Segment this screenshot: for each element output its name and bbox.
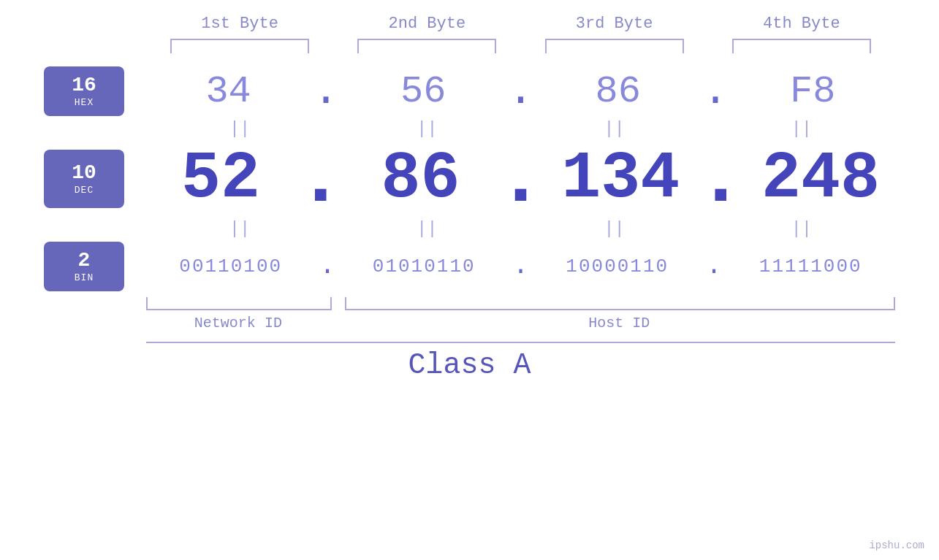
dec-dot-3: . [696,143,745,215]
bin-val-3: 10000110 [566,256,669,277]
eq-8: || [729,219,875,239]
dec-val-1: 52 [181,142,260,216]
dec-val-2: 86 [381,142,460,216]
class-row: Class A [44,342,895,382]
hex-val-2: 56 [400,70,446,113]
dec-label-box: 10 DEC [44,150,124,208]
class-a-label: Class A [408,349,531,382]
network-id-label: Network ID [194,315,282,331]
bin-dot-3: . [706,253,722,280]
equals-row-2: || || || || [44,219,895,239]
eq-5: || [167,219,313,239]
hex-val-1: 34 [205,70,251,113]
bin-base-name: BIN [75,272,94,283]
hex-base-name: HEX [75,97,94,108]
dec-val-3: 134 [561,142,680,216]
eq-7: || [541,219,688,239]
bin-val-2: 01010110 [373,256,476,277]
network-id-bracket [146,297,332,310]
host-id-label: Host ID [588,315,650,331]
hex-dot-1: . [313,69,339,113]
dec-dot-1: . [297,143,345,215]
watermark: ipshu.com [869,540,924,551]
byte-headers-row: 1st Byte 2nd Byte 3rd Byte 4th Byte [44,15,895,33]
class-bracket-line [146,342,895,343]
top-bracket-1 [170,39,309,53]
eq-2: || [354,119,500,139]
bin-values: 00110100 . 01010110 . 10000110 . 1111100… [146,253,895,280]
main-container: 1st Byte 2nd Byte 3rd Byte 4th Byte 16 H… [0,0,939,560]
hex-values: 34 . 56 . 86 . F8 [146,69,895,113]
host-id-bracket [345,297,895,310]
bin-label-box: 2 BIN [44,242,124,291]
dec-val-4: 248 [761,142,880,216]
bin-dot-1: . [319,253,335,280]
bin-val-4: 11111000 [759,256,862,277]
id-brackets-row: Network ID Host ID [44,297,895,331]
byte-header-3: 3rd Byte [534,15,695,33]
dec-values: 52 . 86 . 134 . 248 [146,142,895,216]
eq-3: || [541,119,688,139]
byte-header-4: 4th Byte [721,15,882,33]
hex-val-3: 86 [596,70,641,113]
hex-dot-3: . [702,69,729,113]
equals-row-1: || || || || [44,119,895,139]
bin-base-number: 2 [78,250,91,272]
eq-6: || [354,219,500,239]
eq-1: || [167,119,313,139]
bin-val-1: 00110100 [179,256,282,277]
dec-row: 10 DEC 52 . 86 . 134 . 248 [44,142,895,216]
byte-header-1: 1st Byte [159,15,320,33]
dec-base-number: 10 [72,162,96,185]
eq-4: || [729,119,875,139]
bin-dot-2: . [513,253,529,280]
dec-dot-2: . [496,143,544,215]
top-bracket-2 [357,39,496,53]
dec-base-name: DEC [75,185,94,196]
hex-base-number: 16 [72,74,96,97]
top-bracket-3 [545,39,684,53]
bin-row: 2 BIN 00110100 . 01010110 . 10000110 . 1… [44,242,895,291]
top-bracket-4 [732,39,871,53]
hex-row: 16 HEX 34 . 56 . 86 . F8 [44,66,895,116]
hex-label-box: 16 HEX [44,66,124,116]
hex-val-4: F8 [790,70,835,113]
byte-header-2: 2nd Byte [346,15,507,33]
hex-dot-2: . [507,69,533,113]
